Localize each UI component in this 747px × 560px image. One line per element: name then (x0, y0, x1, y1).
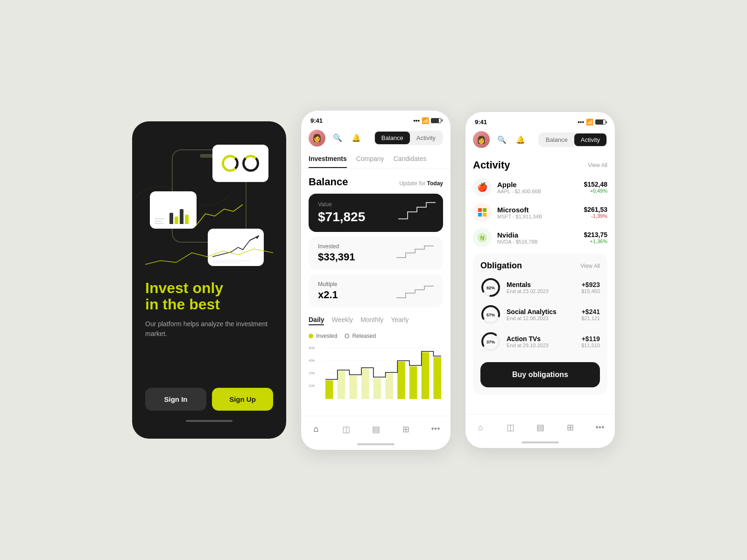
nav-home[interactable]: ⌂ (309, 422, 324, 437)
period-yearly[interactable]: Yearly (391, 316, 409, 325)
wifi-icon: 📶 (422, 117, 429, 124)
period-daily[interactable]: Daily (309, 316, 324, 325)
apple-ticker: AAPL - $2,400,66B (497, 189, 578, 194)
actiontvs-total: $11,510 (581, 343, 600, 348)
social-gain: +$241 (581, 308, 600, 315)
obligation-actiontvs: 37% Action TVs End at 29.10.2023 +$119 $… (480, 331, 600, 352)
activity-notification-button[interactable]: 🔔 (513, 132, 528, 147)
nvidia-price: $213,75 (584, 231, 607, 238)
activity-section-title: Activity (473, 159, 510, 171)
actiontvs-date: End at 29.10.2023 (507, 343, 576, 348)
activity-balance-btn[interactable]: Balance (539, 133, 574, 146)
apple-info: Apple AAPL - $2,400,66B (497, 181, 578, 194)
update-text: Update for Today (399, 180, 443, 187)
screens-container: Invest only in the best Our platform hel… (132, 111, 615, 450)
chart-legend: Invested Released (309, 329, 443, 343)
activity-avatar: 👩 (473, 131, 490, 148)
activity-home-indicator (521, 441, 559, 443)
activity-tab-btn[interactable]: Activity (410, 132, 442, 144)
mentals-name: Mentals (507, 281, 576, 288)
obligation-section: Obligation View All 82% Mentals End at 2… (473, 253, 607, 395)
search-button[interactable]: 🔍 (330, 131, 345, 146)
period-monthly[interactable]: Monthly (360, 316, 383, 325)
social-info: Social Analytics End at 12.08.2023 (507, 308, 576, 321)
activity-header-icons: 🔍 🔔 (494, 132, 528, 147)
donut-card (212, 145, 268, 182)
nvidia-values: $213,75 +1,36% (584, 231, 607, 244)
activity-app-header: 👩 🔍 🔔 Balance Activity (465, 127, 615, 152)
home-indicator (186, 420, 233, 422)
activity-bottom-nav: ⌂ ◫ ▤ ⊞ ••• (465, 414, 615, 439)
bar-card (150, 191, 197, 229)
tab-investments[interactable]: Investments (309, 150, 347, 168)
svg-text:37%: 37% (486, 340, 495, 344)
hero-illustration (145, 140, 273, 271)
svg-rect-14 (374, 378, 381, 399)
svg-rect-15 (386, 373, 393, 399)
obligation-header: Obligation View All (480, 261, 600, 271)
microsoft-icon (473, 203, 492, 222)
activity-search-button[interactable]: 🔍 (494, 132, 509, 147)
tab-company[interactable]: Company (356, 150, 384, 168)
svg-text:57%: 57% (486, 313, 495, 317)
obligation-title: Obligation (480, 261, 522, 271)
activity-nav-more[interactable]: ••• (592, 420, 607, 435)
mentals-values: +$923 $15,450 (581, 281, 600, 294)
svg-rect-17 (409, 366, 417, 399)
actiontvs-progress-ring: 37% (480, 331, 501, 352)
microsoft-name: Microsoft (497, 206, 578, 214)
activity-nav-chart[interactable]: ◫ (503, 420, 518, 435)
signup-button[interactable]: Sign Up (212, 388, 273, 411)
status-bar: 9:41 ▪▪▪ 📶 (301, 111, 451, 126)
invested-card: Invested $33,391 (309, 237, 443, 270)
nvidia-info: Nvidia NVDA - $518,78B (497, 231, 578, 245)
nav-more[interactable]: ••• (428, 422, 443, 437)
activity-nav-chat[interactable]: ▤ (533, 420, 548, 435)
svg-rect-11 (338, 371, 345, 399)
apple-price: $152,48 (584, 181, 607, 188)
mentals-progress-ring: 82% (480, 277, 501, 298)
period-weekly[interactable]: Weekly (331, 316, 353, 325)
activity-status-bar: 9:41 ▪▪▪ 📶 (465, 112, 615, 127)
nav-portfolio[interactable]: ⊞ (398, 422, 413, 437)
activity-nav-home[interactable]: ⌂ (473, 420, 488, 435)
period-tabs: Daily Weekly Monthly Yearly (309, 312, 443, 329)
screen-onboarding: Invest only in the best Our platform hel… (132, 121, 286, 439)
signin-button[interactable]: Sign In (145, 388, 206, 411)
balance-tab-btn[interactable]: Balance (375, 132, 410, 144)
donut-chart-2 (242, 155, 259, 172)
multiple-amount: x2.1 (318, 289, 338, 301)
activity-activity-btn[interactable]: Activity (574, 133, 606, 146)
svg-text:N: N (480, 235, 485, 241)
app-header: 👩 🔍 🔔 Balance Activity (301, 126, 451, 150)
cta-buttons: Sign In Sign Up (145, 388, 273, 411)
balance-header: Balance Update for Today (309, 176, 443, 188)
header-icons: 🔍 🔔 (330, 131, 364, 146)
microsoft-ticker: MSFT - $1,911,34B (497, 214, 578, 219)
value-card: Value $71,825 (309, 194, 443, 232)
svg-text:60k: 60k (309, 346, 315, 350)
invested-amount: $33,391 (318, 251, 355, 263)
stock-nvidia: N Nvidia NVDA - $518,78B $213,75 +1,36% (473, 228, 607, 247)
view-all-obligation[interactable]: View All (580, 263, 600, 269)
activity-nav-portfolio[interactable]: ⊞ (563, 420, 578, 435)
nav-tabs: Investments Company Candidates (301, 150, 451, 168)
svg-rect-22 (478, 213, 482, 217)
activity-wifi-icon: 📶 (586, 119, 593, 126)
notification-button[interactable]: 🔔 (349, 131, 364, 146)
legend-invested: Invested (309, 333, 337, 339)
view-all-activity[interactable]: View All (588, 162, 607, 168)
tab-candidates[interactable]: Candidates (394, 150, 427, 168)
nav-chart[interactable]: ◫ (338, 422, 353, 437)
activity-status-time: 9:41 (475, 119, 487, 126)
social-name: Social Analytics (507, 308, 576, 315)
legend-released: Released (345, 333, 376, 339)
nav-chat[interactable]: ▤ (368, 422, 383, 437)
apple-values: $152,48 +0,49% (584, 181, 607, 194)
svg-rect-20 (478, 208, 482, 212)
activity-status-icons: ▪▪▪ 📶 (578, 119, 606, 126)
invested-chart (396, 244, 434, 262)
screen-balance: 9:41 ▪▪▪ 📶 👩 🔍 🔔 Balance Activity (301, 111, 451, 450)
buy-obligations-button[interactable]: Buy obligations (480, 362, 600, 387)
svg-text:10k: 10k (309, 384, 315, 388)
